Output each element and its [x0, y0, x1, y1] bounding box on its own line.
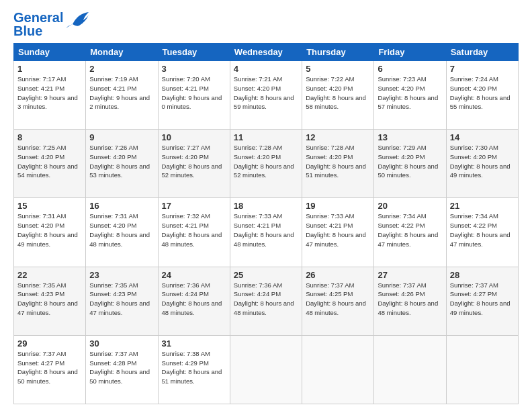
day-cell: 26 Sunrise: 7:37 AM Sunset: 4:25 PM Dayl… — [302, 267, 374, 335]
day-number: 7 — [450, 64, 515, 74]
logo-bird-icon — [66, 11, 90, 30]
week-row-3: 15 Sunrise: 7:31 AM Sunset: 4:20 PM Dayl… — [14, 198, 519, 267]
day-cell: 13 Sunrise: 7:29 AM Sunset: 4:20 PM Dayl… — [374, 130, 446, 198]
page: General Blue SundayMondayTuesdayWednesda… — [0, 0, 532, 411]
day-info: Sunrise: 7:31 AM Sunset: 4:20 PM Dayligh… — [17, 212, 82, 248]
day-info: Sunrise: 7:35 AM Sunset: 4:23 PM Dayligh… — [17, 281, 82, 318]
day-number: 22 — [17, 270, 82, 280]
day-number: 20 — [378, 201, 442, 211]
logo-general: General — [13, 10, 63, 25]
day-info: Sunrise: 7:26 AM Sunset: 4:20 PM Dayligh… — [89, 143, 154, 180]
header-tuesday: Tuesday — [158, 44, 230, 61]
logo: General Blue — [13, 11, 90, 38]
day-info: Sunrise: 7:24 AM Sunset: 4:20 PM Dayligh… — [450, 75, 515, 111]
calendar-table: SundayMondayTuesdayWednesdayThursdayFrid… — [13, 43, 519, 404]
day-cell: 7 Sunrise: 7:24 AM Sunset: 4:20 PM Dayli… — [446, 61, 518, 130]
day-cell: 20 Sunrise: 7:34 AM Sunset: 4:22 PM Dayl… — [374, 198, 446, 267]
day-cell: 9 Sunrise: 7:26 AM Sunset: 4:20 PM Dayli… — [86, 130, 158, 198]
header-sunday: Sunday — [14, 44, 86, 61]
day-number: 9 — [89, 132, 154, 142]
header: General Blue — [13, 11, 519, 38]
day-info: Sunrise: 7:19 AM Sunset: 4:21 PM Dayligh… — [89, 75, 154, 111]
day-cell: 25 Sunrise: 7:36 AM Sunset: 4:24 PM Dayl… — [230, 267, 302, 335]
day-cell — [446, 335, 518, 404]
day-cell: 4 Sunrise: 7:21 AM Sunset: 4:20 PM Dayli… — [230, 61, 302, 130]
day-cell: 24 Sunrise: 7:36 AM Sunset: 4:24 PM Dayl… — [158, 267, 230, 335]
day-info: Sunrise: 7:34 AM Sunset: 4:22 PM Dayligh… — [450, 212, 515, 248]
day-info: Sunrise: 7:25 AM Sunset: 4:20 PM Dayligh… — [17, 143, 82, 180]
day-info: Sunrise: 7:17 AM Sunset: 4:21 PM Dayligh… — [17, 75, 82, 111]
logo-blue: Blue — [13, 24, 42, 38]
day-cell — [230, 335, 302, 404]
day-info: Sunrise: 7:33 AM Sunset: 4:21 PM Dayligh… — [234, 212, 298, 248]
day-info: Sunrise: 7:30 AM Sunset: 4:20 PM Dayligh… — [450, 143, 515, 180]
day-cell: 28 Sunrise: 7:37 AM Sunset: 4:27 PM Dayl… — [446, 267, 518, 335]
day-cell: 2 Sunrise: 7:19 AM Sunset: 4:21 PM Dayli… — [86, 61, 158, 130]
day-info: Sunrise: 7:35 AM Sunset: 4:23 PM Dayligh… — [89, 281, 154, 318]
day-cell: 12 Sunrise: 7:28 AM Sunset: 4:20 PM Dayl… — [302, 130, 374, 198]
day-info: Sunrise: 7:37 AM Sunset: 4:25 PM Dayligh… — [306, 281, 370, 318]
day-info: Sunrise: 7:32 AM Sunset: 4:21 PM Dayligh… — [162, 212, 226, 248]
day-cell: 15 Sunrise: 7:31 AM Sunset: 4:20 PM Dayl… — [14, 198, 86, 267]
day-cell: 1 Sunrise: 7:17 AM Sunset: 4:21 PM Dayli… — [14, 61, 86, 130]
day-number: 4 — [234, 64, 298, 74]
day-number: 3 — [162, 64, 226, 74]
day-info: Sunrise: 7:28 AM Sunset: 4:20 PM Dayligh… — [306, 143, 370, 180]
day-number: 8 — [17, 132, 82, 142]
header-thursday: Thursday — [302, 44, 374, 61]
day-info: Sunrise: 7:22 AM Sunset: 4:20 PM Dayligh… — [306, 75, 370, 111]
day-number: 14 — [450, 132, 515, 142]
day-cell: 16 Sunrise: 7:31 AM Sunset: 4:20 PM Dayl… — [86, 198, 158, 267]
day-number: 10 — [162, 132, 226, 142]
day-cell: 14 Sunrise: 7:30 AM Sunset: 4:20 PM Dayl… — [446, 130, 518, 198]
header-monday: Monday — [86, 44, 158, 61]
day-number: 2 — [89, 64, 154, 74]
day-number: 24 — [162, 270, 226, 280]
header-friday: Friday — [374, 44, 446, 61]
day-number: 21 — [450, 201, 515, 211]
day-number: 17 — [162, 201, 226, 211]
day-cell: 10 Sunrise: 7:27 AM Sunset: 4:20 PM Dayl… — [158, 130, 230, 198]
day-cell: 8 Sunrise: 7:25 AM Sunset: 4:20 PM Dayli… — [14, 130, 86, 198]
day-cell: 19 Sunrise: 7:33 AM Sunset: 4:21 PM Dayl… — [302, 198, 374, 267]
day-cell: 29 Sunrise: 7:37 AM Sunset: 4:27 PM Dayl… — [14, 335, 86, 404]
day-info: Sunrise: 7:37 AM Sunset: 4:27 PM Dayligh… — [17, 349, 82, 386]
day-cell: 30 Sunrise: 7:37 AM Sunset: 4:28 PM Dayl… — [86, 335, 158, 404]
day-number: 5 — [306, 64, 370, 74]
day-info: Sunrise: 7:29 AM Sunset: 4:20 PM Dayligh… — [378, 143, 442, 180]
day-number: 15 — [17, 201, 82, 211]
day-cell: 21 Sunrise: 7:34 AM Sunset: 4:22 PM Dayl… — [446, 198, 518, 267]
day-info: Sunrise: 7:34 AM Sunset: 4:22 PM Dayligh… — [378, 212, 442, 248]
header-wednesday: Wednesday — [230, 44, 302, 61]
header-row: SundayMondayTuesdayWednesdayThursdayFrid… — [14, 44, 519, 61]
day-cell: 11 Sunrise: 7:28 AM Sunset: 4:20 PM Dayl… — [230, 130, 302, 198]
day-info: Sunrise: 7:21 AM Sunset: 4:20 PM Dayligh… — [234, 75, 298, 111]
day-info: Sunrise: 7:23 AM Sunset: 4:20 PM Dayligh… — [378, 75, 442, 111]
day-number: 18 — [234, 201, 298, 211]
day-cell: 22 Sunrise: 7:35 AM Sunset: 4:23 PM Dayl… — [14, 267, 86, 335]
day-info: Sunrise: 7:37 AM Sunset: 4:27 PM Dayligh… — [450, 281, 515, 318]
day-cell: 27 Sunrise: 7:37 AM Sunset: 4:26 PM Dayl… — [374, 267, 446, 335]
day-cell — [374, 335, 446, 404]
week-row-2: 8 Sunrise: 7:25 AM Sunset: 4:20 PM Dayli… — [14, 130, 519, 198]
day-info: Sunrise: 7:38 AM Sunset: 4:29 PM Dayligh… — [162, 349, 226, 386]
day-number: 13 — [378, 132, 442, 142]
day-number: 16 — [89, 201, 154, 211]
week-row-1: 1 Sunrise: 7:17 AM Sunset: 4:21 PM Dayli… — [14, 61, 519, 130]
day-info: Sunrise: 7:37 AM Sunset: 4:28 PM Dayligh… — [89, 349, 154, 386]
day-info: Sunrise: 7:36 AM Sunset: 4:24 PM Dayligh… — [162, 281, 226, 318]
day-cell: 18 Sunrise: 7:33 AM Sunset: 4:21 PM Dayl… — [230, 198, 302, 267]
day-number: 23 — [89, 270, 154, 280]
day-number: 26 — [306, 270, 370, 280]
day-number: 12 — [306, 132, 370, 142]
day-number: 29 — [17, 338, 82, 349]
week-row-4: 22 Sunrise: 7:35 AM Sunset: 4:23 PM Dayl… — [14, 267, 519, 335]
day-cell: 6 Sunrise: 7:23 AM Sunset: 4:20 PM Dayli… — [374, 61, 446, 130]
day-info: Sunrise: 7:28 AM Sunset: 4:20 PM Dayligh… — [234, 143, 298, 180]
day-number: 25 — [234, 270, 298, 280]
day-info: Sunrise: 7:33 AM Sunset: 4:21 PM Dayligh… — [306, 212, 370, 248]
day-number: 28 — [450, 270, 515, 280]
day-number: 1 — [17, 64, 82, 74]
day-number: 27 — [378, 270, 442, 280]
header-saturday: Saturday — [446, 44, 518, 61]
